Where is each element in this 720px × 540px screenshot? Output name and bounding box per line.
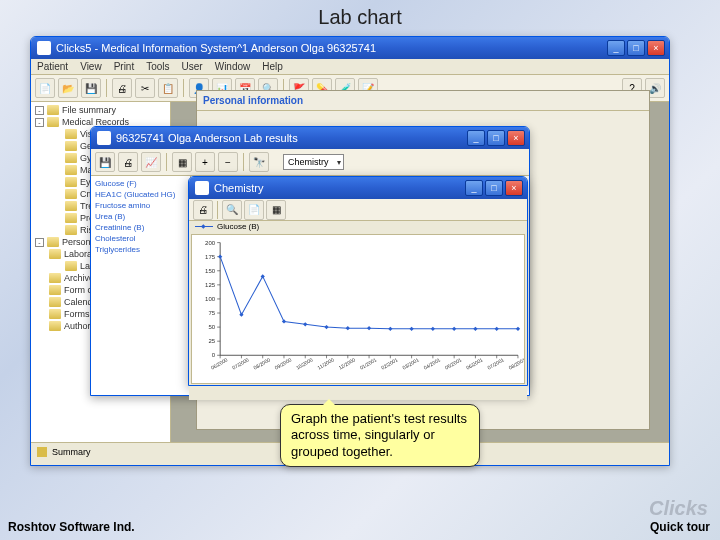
chart-plot-area[interactable]: 025507510012515017520006/200007/200008/2… <box>191 234 525 384</box>
toolbar-copy-icon[interactable]: 📋 <box>158 78 178 98</box>
expand-toggle-icon[interactable]: - <box>35 238 44 247</box>
lab-test-item[interactable]: Creatinine (B) <box>93 222 188 233</box>
toolbar-save-icon[interactable]: 💾 <box>81 78 101 98</box>
lab-test-item[interactable]: Fructose amino <box>93 200 188 211</box>
tree-item-label: Forms <box>64 309 90 319</box>
folder-icon <box>65 225 77 235</box>
maximize-button[interactable]: □ <box>627 40 645 56</box>
lab-title-text: 96325741 Olga Anderson Lab results <box>116 132 467 144</box>
folder-icon <box>49 249 61 259</box>
lab-tb-chart-icon[interactable]: 📈 <box>141 152 161 172</box>
chart-tb-grid-icon[interactable]: ▦ <box>266 200 286 220</box>
svg-text:05/2001: 05/2001 <box>444 356 463 370</box>
svg-rect-56 <box>346 326 350 330</box>
svg-text:175: 175 <box>205 254 216 260</box>
lab-titlebar[interactable]: 96325741 Olga Anderson Lab results _ □ × <box>91 127 529 149</box>
tree-item[interactable]: -File summary <box>33 104 168 116</box>
chart-maximize-button[interactable]: □ <box>485 180 503 196</box>
lab-minimize-button[interactable]: _ <box>467 130 485 146</box>
chart-legend: Glucose (B) <box>189 221 527 232</box>
toolbar-open-icon[interactable]: 📂 <box>58 78 78 98</box>
chart-titlebar[interactable]: Chemistry _ □ × <box>189 177 527 199</box>
expand-toggle-icon[interactable]: - <box>35 118 44 127</box>
chart-tb-zoom-icon[interactable]: 🔍 <box>222 200 242 220</box>
folder-icon <box>47 237 59 247</box>
toolbar-new-icon[interactable]: 📄 <box>35 78 55 98</box>
toolbar-print-icon[interactable]: 🖨 <box>112 78 132 98</box>
folder-icon <box>47 117 59 127</box>
annotation-callout: Graph the patient's test results across … <box>280 404 480 467</box>
svg-rect-60 <box>431 327 435 331</box>
svg-rect-59 <box>409 327 413 331</box>
svg-rect-61 <box>452 327 456 331</box>
lab-tb-save-icon[interactable]: 💾 <box>95 152 115 172</box>
expand-toggle-icon[interactable]: - <box>35 106 44 115</box>
svg-text:100: 100 <box>205 296 216 302</box>
menu-window[interactable]: Window <box>215 61 251 72</box>
svg-rect-57 <box>367 326 371 330</box>
svg-rect-58 <box>388 327 392 331</box>
chart-minimize-button[interactable]: _ <box>465 180 483 196</box>
lab-test-list[interactable]: Glucose (F)HEA1C (Glucated HG)Fructose a… <box>91 176 191 395</box>
chart-close-button[interactable]: × <box>505 180 523 196</box>
lab-tb-grid-icon[interactable]: ▦ <box>172 152 192 172</box>
lab-close-button[interactable]: × <box>507 130 525 146</box>
svg-rect-64 <box>516 327 520 331</box>
chart-footer <box>189 386 527 400</box>
menu-help[interactable]: Help <box>262 61 283 72</box>
folder-icon <box>49 297 61 307</box>
lab-test-item[interactable]: Cholesterol <box>93 233 188 244</box>
toolbar-separator <box>166 153 167 171</box>
status-icon <box>37 447 47 457</box>
toolbar-cut-icon[interactable]: ✂ <box>135 78 155 98</box>
lab-tb-plus-icon[interactable]: + <box>195 152 215 172</box>
folder-icon <box>65 129 77 139</box>
lab-tb-minus-icon[interactable]: − <box>218 152 238 172</box>
menu-view[interactable]: View <box>80 61 102 72</box>
lab-test-item[interactable]: HEA1C (Glucated HG) <box>93 189 188 200</box>
lab-test-item[interactable]: Glucose (F) <box>93 178 188 189</box>
menu-tools[interactable]: Tools <box>146 61 169 72</box>
brand-logo: Clicks <box>649 497 708 520</box>
svg-text:06/2001: 06/2001 <box>465 356 484 370</box>
lab-maximize-button[interactable]: □ <box>487 130 505 146</box>
menu-user[interactable]: User <box>182 61 203 72</box>
menu-patient[interactable]: Patient <box>37 61 68 72</box>
minimize-button[interactable]: _ <box>607 40 625 56</box>
svg-text:08/2001: 08/2001 <box>508 356 524 370</box>
tree-item-label: File summary <box>62 105 116 115</box>
chart-tb-print-icon[interactable]: 🖨 <box>193 200 213 220</box>
line-chart: 025507510012515017520006/200007/200008/2… <box>192 235 524 383</box>
main-titlebar[interactable]: Clicks5 - Medical Information System^1 A… <box>31 37 669 59</box>
chart-tb-page-icon[interactable]: 📄 <box>244 200 264 220</box>
footer-company: Roshtov Software Ind. <box>8 520 135 534</box>
menu-print[interactable]: Print <box>114 61 135 72</box>
svg-text:0: 0 <box>212 352 216 358</box>
svg-text:08/2000: 08/2000 <box>252 356 271 370</box>
svg-rect-62 <box>473 327 477 331</box>
toolbar-separator <box>243 153 244 171</box>
lab-tb-binoculars-icon[interactable]: 🔭 <box>249 152 269 172</box>
folder-icon <box>65 141 77 151</box>
legend-marker-icon <box>195 226 213 227</box>
toolbar-separator <box>217 201 218 219</box>
lab-tb-print-icon[interactable]: 🖨 <box>118 152 138 172</box>
svg-rect-55 <box>324 325 328 329</box>
lab-test-item[interactable]: Triglycerides <box>93 244 188 255</box>
svg-text:25: 25 <box>208 338 215 344</box>
chart-title-text: Chemistry <box>214 182 465 194</box>
close-button[interactable]: × <box>647 40 665 56</box>
folder-icon <box>49 285 61 295</box>
lab-icon <box>97 131 111 145</box>
folder-icon <box>49 309 61 319</box>
svg-text:07/2001: 07/2001 <box>486 356 505 370</box>
svg-rect-63 <box>495 327 499 331</box>
main-title-text: Clicks5 - Medical Information System^1 A… <box>56 42 607 54</box>
svg-text:125: 125 <box>205 282 216 288</box>
svg-rect-51 <box>239 313 243 317</box>
lab-test-item[interactable]: Urea (B) <box>93 211 188 222</box>
svg-text:03/2001: 03/2001 <box>401 356 420 370</box>
lab-category-dropdown[interactable]: Chemistry <box>283 154 344 170</box>
svg-text:75: 75 <box>208 310 215 316</box>
folder-icon <box>47 105 59 115</box>
